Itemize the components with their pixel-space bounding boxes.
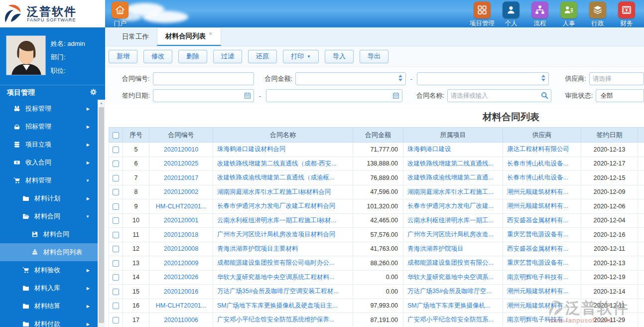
row-checkbox[interactable] (113, 289, 119, 295)
spinner-icons[interactable] (541, 75, 545, 81)
column-header[interactable]: 签约日期 (581, 128, 638, 143)
supplier-link[interactable]: 长春市博山机电设备... (507, 160, 568, 167)
calendar-icon[interactable] (244, 92, 251, 101)
row-checkbox[interactable] (113, 260, 119, 267)
project-link[interactable]: 珠海鹤港口建设 (407, 146, 451, 153)
column-header[interactable]: 合同名称 (213, 128, 353, 143)
calendar-icon[interactable] (392, 92, 399, 101)
contract-no-link[interactable]: 2020120017 (164, 174, 199, 181)
print-button[interactable]: 打印▼ (283, 50, 319, 63)
project-link[interactable]: 广安邓小平纪念馆安全防范系... (407, 316, 494, 323)
sidebar-item-material-settlement[interactable]: 材料结算▶ (0, 297, 98, 315)
contract-name-link[interactable]: SM广场地下车库更换摄像机及硬盘项目主... (217, 302, 338, 309)
nav-item-finance[interactable]: ¥财务 (612, 1, 641, 28)
delete-button[interactable]: 删除 (178, 50, 207, 63)
amount-max-input[interactable] (417, 72, 549, 85)
sidebar-item-bid-management[interactable]: 投标管理▶ (0, 100, 98, 118)
select-all-checkbox[interactable] (113, 132, 119, 139)
sidebar-item-material-contract-list[interactable]: 材料合同列表 (0, 243, 98, 261)
project-link[interactable]: 成都能源建设集团投资有限公... (407, 259, 494, 266)
row-checkbox[interactable] (113, 274, 119, 281)
project-link[interactable]: 华软大厦研究基地中央空调系... (407, 274, 494, 281)
project-link[interactable]: 万达广场35#会所及咖啡厅空... (407, 288, 492, 295)
sidebar-item-material-acceptance[interactable]: 材料验收▶ (0, 261, 98, 279)
contract-name-link[interactable]: 万达广场35#会所及咖啡厅空调安装工程材... (217, 288, 339, 295)
sidebar-item-material-inbound[interactable]: 材料入库▶ (0, 279, 98, 297)
contract-no-link[interactable]: 2020120025 (164, 160, 199, 167)
supplier-link[interactable]: 潮州元顺建筑材料有... (507, 288, 568, 295)
supplier-link[interactable]: 重庆艺普电源设备有... (507, 231, 568, 238)
supplier-link[interactable]: 重庆艺普电源设备有... (507, 259, 568, 266)
project-link[interactable]: SM广场地下车库更换摄像机... (407, 302, 491, 309)
contract-name-link[interactable]: 改建铁路成渝线增建第二直通线（成渝枢... (217, 174, 334, 181)
supplier-link[interactable]: 潮州元顺建筑材料有... (507, 188, 568, 195)
reset-button[interactable]: 还原 (248, 50, 277, 63)
column-header[interactable] (638, 128, 644, 143)
sign-date-to-input[interactable] (266, 89, 402, 102)
contract-name-link[interactable]: 长春市伊通河水力发电厂改建工程材料合同 (217, 202, 336, 209)
amount-min-input[interactable] (295, 72, 405, 85)
supplier-link[interactable]: 潮州元顺建筑材料有... (507, 302, 568, 309)
nav-item-project-management[interactable]: 项目管理 (468, 1, 497, 28)
contract-no-link[interactable]: 2020120009 (164, 260, 199, 267)
supplier-link[interactable]: 西安盛器金属材料有... (507, 217, 568, 224)
contract-no-link[interactable]: HM-CLHT20201... (156, 203, 206, 210)
sidebar-scrollbar[interactable]: ▲ (98, 100, 105, 327)
edit-button[interactable]: 修改 (143, 50, 172, 63)
row-checkbox[interactable] (113, 175, 119, 181)
contract-name-link[interactable]: 广安邓小平纪念馆安全防范系统维护保养... (217, 316, 334, 323)
contract-name-link[interactable]: 青海洪湖养护院项目主要材料 (217, 245, 298, 252)
row-checkbox[interactable] (113, 147, 119, 153)
supplier-link[interactable]: 长春市博山机电设备... (507, 174, 568, 181)
supplier-link[interactable]: 南京明辉电子科技有... (507, 316, 568, 323)
sidebar-item-project-initiation[interactable]: 项目立项▶ (0, 136, 98, 154)
project-link[interactable]: 湖南洞庭湖水库引水工程施工... (407, 188, 494, 195)
contract-no-input[interactable] (153, 72, 254, 85)
scrollbar-thumb[interactable] (99, 107, 104, 323)
column-header[interactable]: 合同编号 (149, 128, 213, 143)
approval-status-select[interactable]: 全部 (596, 89, 644, 102)
row-checkbox[interactable] (113, 203, 119, 210)
export-button[interactable]: 导出 (360, 50, 388, 63)
row-checkbox[interactable] (113, 303, 119, 309)
contract-name-link[interactable]: 珠海鹤港口建设材料合同 (217, 146, 286, 153)
column-header[interactable]: 所属项目 (403, 128, 503, 143)
sidebar-item-material-payment[interactable]: 材料付款▶ (0, 315, 98, 327)
row-checkbox[interactable] (113, 189, 119, 195)
project-link[interactable]: 云南水利枢纽潜明水库一期工... (407, 217, 494, 224)
contract-name-link[interactable]: 华软大厦研究基地中央空调系统工程材料... (217, 274, 334, 281)
sidebar-item-material-contract-entry[interactable]: 材料合同 (0, 225, 98, 243)
contract-no-link[interactable]: 2020120016 (164, 288, 199, 295)
contract-no-link[interactable]: 2020120002 (164, 188, 199, 195)
contract-name-input[interactable] (447, 89, 551, 102)
contract-no-link[interactable]: 2020120026 (164, 274, 199, 281)
row-checkbox[interactable] (113, 161, 119, 167)
import-button[interactable]: 导入 (325, 50, 354, 63)
sidebar-section-project-management[interactable]: 项目管理 (0, 85, 105, 100)
contract-name-link[interactable]: 广州市天河区统计局机房改造项目材料合同 (217, 231, 336, 238)
supplier-link[interactable]: 南京明辉电子科技有... (507, 274, 568, 281)
add-button[interactable]: 新增 (109, 50, 137, 63)
supplier-input[interactable] (589, 72, 644, 85)
contract-no-link[interactable]: 2020110006 (164, 317, 198, 324)
nav-item-administration[interactable]: 行政 (583, 1, 612, 28)
row-checkbox[interactable] (113, 317, 119, 324)
supplier-link[interactable]: 西安盛器金属材料有... (507, 245, 568, 252)
sign-date-from-input[interactable] (153, 89, 254, 102)
search-icon[interactable] (541, 92, 548, 101)
scroll-up-icon[interactable]: ▲ (98, 100, 105, 107)
project-link[interactable]: 长春市伊通河水力发电厂改建... (407, 202, 494, 209)
project-link[interactable]: 改建铁路成渝线增建第二直通... (407, 174, 494, 181)
nav-item-personal[interactable]: 个人 (497, 1, 525, 28)
sidebar-item-material-contract[interactable]: 材料合同▼ (0, 207, 98, 225)
contract-name-link[interactable]: 成都能源建设集团投资有限公司临时办公... (217, 259, 334, 266)
nav-item-workflow[interactable]: 流程 (525, 1, 554, 28)
project-link[interactable]: 改建铁路线增建第二线直通线... (407, 160, 494, 167)
tab-daily-work[interactable]: 日常工作 (114, 27, 157, 46)
column-header[interactable]: 合同金额 (353, 128, 403, 143)
row-checkbox[interactable] (113, 246, 119, 252)
sidebar-item-income-contract[interactable]: 收入合同▶ (0, 154, 98, 171)
sidebar-item-material-management[interactable]: 材料管理▼ (0, 171, 98, 189)
contract-name-link[interactable]: 改建铁路线增建第二线直通线（成都-西安... (217, 160, 337, 167)
contract-no-link[interactable]: 2020120008 (164, 245, 199, 252)
